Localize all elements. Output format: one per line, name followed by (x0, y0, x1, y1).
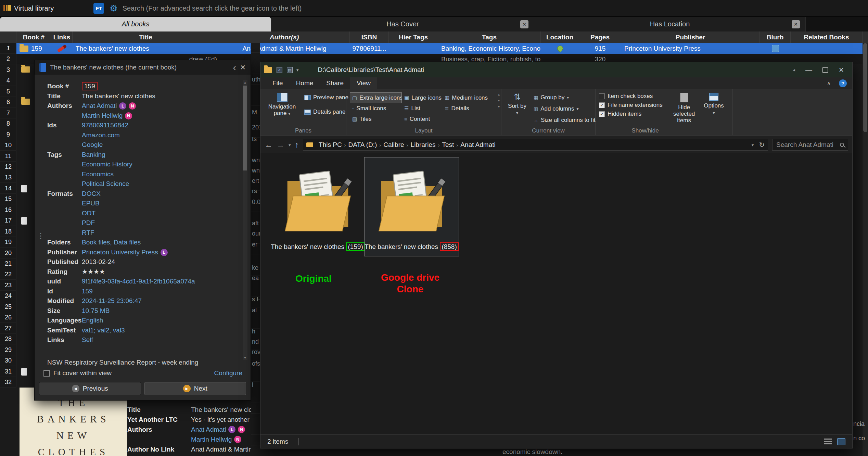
back-button[interactable]: ← (265, 141, 272, 149)
tab-view[interactable]: View (350, 77, 377, 89)
layout-option[interactable]: ▫Small icons (350, 103, 402, 114)
row-number[interactable]: 25 (0, 302, 16, 312)
detail-link[interactable]: Anat AdmatiLN (82, 101, 242, 111)
row-number[interactable]: 12 (0, 162, 16, 172)
detail-link[interactable]: 2024-11-25 23:06:47 (82, 296, 242, 306)
column-header-publisher[interactable]: Publisher (621, 31, 760, 43)
column-header-authors[interactable]: Author(s) (219, 31, 350, 43)
detail-link[interactable]: 9f1f4fe3-03fa-4cd1-9a1f-2fb1065a074a (82, 277, 242, 287)
row-number[interactable]: 15 (0, 194, 16, 204)
row-number[interactable]: 13 (0, 172, 16, 183)
row-number[interactable]: 30 (0, 355, 16, 366)
detail-link[interactable]: val1; val2, val3 (82, 326, 242, 335)
row-number[interactable]: 9 (0, 129, 16, 140)
detail-link[interactable]: ODT (82, 208, 242, 218)
row-number[interactable]: 10 (0, 140, 16, 151)
detail-link[interactable]: Self (82, 335, 242, 345)
detail-link[interactable]: Martin HellwigN (82, 111, 242, 121)
column-header-location[interactable]: Location (541, 31, 579, 43)
maximize-button[interactable] (822, 67, 828, 73)
navigation-pane-button[interactable]: Navigation pane ▾ (264, 92, 300, 118)
detail-link[interactable]: RTF (82, 228, 242, 238)
row-number[interactable]: 31 (0, 366, 16, 377)
preview-pane-button[interactable]: Preview pane (303, 93, 350, 102)
detail-link[interactable]: Princeton University PressL (82, 248, 242, 257)
popup-titlebar[interactable]: The bankers' new clothes (the current bo… (35, 60, 251, 75)
scroll-up-icon[interactable]: ▲ (243, 81, 247, 84)
configure-link[interactable]: Configure (214, 369, 242, 377)
close-button[interactable]: ✕ (839, 66, 844, 74)
checkbox[interactable]: ✓ (599, 102, 605, 108)
row-number[interactable]: 32 (0, 377, 16, 388)
more-chevron-icon[interactable]: ▾ (498, 105, 500, 109)
row-number[interactable]: 22 (0, 269, 16, 280)
row-number[interactable]: 28 (0, 334, 16, 344)
row-number[interactable]: 20 (0, 248, 16, 258)
column-header-tags[interactable]: Tags (438, 31, 541, 43)
table-row-selected[interactable]: 159 The bankers' new clothes Anat Admati… (16, 43, 863, 54)
forward-button[interactable]: → (277, 141, 284, 149)
row-number[interactable]: 23 (0, 280, 16, 291)
detail-link[interactable]: English (82, 316, 242, 326)
row-number[interactable]: 16 (0, 205, 16, 215)
scroll-up-icon[interactable]: ▴ (498, 92, 500, 96)
row-number[interactable]: 18 (0, 226, 16, 237)
drag-handle-icon[interactable]: ⋮ (37, 231, 44, 240)
folder-item[interactable]: The bankers' new clothes (159) (270, 157, 365, 256)
explorer-titlebar[interactable]: ✓ ▤ ▾ D:\Calibre\Libraries\Test\Anat Adm… (260, 62, 852, 77)
row-number[interactable]: 17 (0, 215, 16, 226)
layout-option[interactable]: ▣Large icons (402, 92, 442, 103)
detail-link[interactable]: Banking (82, 150, 242, 160)
explorer-content[interactable]: Original Google drive Clone The bankers'… (260, 153, 852, 434)
row-number[interactable]: 7 (0, 108, 16, 118)
breadcrumb-item[interactable]: DATA (D:) (346, 141, 380, 149)
previous-button[interactable]: ◀ Previous (39, 382, 141, 395)
search-input[interactable]: Search (For advanced search click the ge… (123, 4, 302, 12)
column-header-book-num[interactable]: Book # (16, 31, 51, 43)
close-icon[interactable]: ✕ (792, 20, 800, 28)
thumbnail-view-icon[interactable] (837, 438, 845, 445)
tab-all-books[interactable]: All books (0, 17, 271, 31)
address-field[interactable]: This PC›DATA (D:)›Calibre›Libraries›Test… (303, 139, 768, 151)
qat-new-folder-icon[interactable]: ▤ (287, 67, 293, 73)
minimize-button[interactable]: — (805, 66, 812, 74)
recent-locations-chevron-icon[interactable]: ▾ (289, 142, 291, 148)
detail-link[interactable]: Google (82, 140, 242, 150)
breadcrumb-item[interactable]: This PC (316, 141, 344, 149)
breadcrumb-item[interactable]: Test (439, 141, 456, 149)
ribbon-checkbox-row[interactable]: Item check boxes (599, 93, 663, 100)
options-button[interactable]: Options ▾ (700, 92, 728, 116)
detail-link[interactable]: Political Science (82, 179, 242, 189)
row-number[interactable]: 11 (0, 151, 16, 162)
column-header-title[interactable]: Title (73, 31, 219, 43)
qat-customize-chevron-icon[interactable]: ▾ (296, 67, 299, 73)
detail-link[interactable]: 159 (82, 287, 242, 296)
layout-option[interactable]: ≡Content (402, 114, 442, 124)
detail-link[interactable]: Economics (82, 169, 242, 179)
row-number[interactable]: 19 (0, 237, 16, 248)
checkbox[interactable] (599, 93, 605, 99)
search-gear-icon[interactable]: ⚙ (110, 4, 117, 13)
folder-item[interactable]: The bankers' new clothes (858) (364, 157, 459, 256)
column-header-hier-tags[interactable]: Hier Tags (389, 31, 438, 43)
detail-link[interactable]: 9780691156842 (82, 121, 242, 130)
breadcrumb-item[interactable]: Anat Admati (458, 141, 498, 149)
help-icon[interactable]: ? (839, 79, 847, 87)
virtual-library-button[interactable]: Virtual library (3, 4, 54, 12)
row-number[interactable]: 5 (0, 86, 16, 97)
column-header-related-books[interactable]: Related Books (791, 31, 863, 43)
qat-properties-icon[interactable]: ✓ (277, 67, 282, 73)
column-header-blurb[interactable]: Blurb (760, 31, 791, 43)
details-view-icon[interactable] (824, 439, 832, 445)
up-button[interactable]: ↑ (295, 141, 299, 149)
refresh-icon[interactable]: ↻ (759, 141, 765, 149)
row-number[interactable]: 6 (0, 97, 16, 107)
detail-link[interactable]: EPUB (82, 199, 242, 208)
next-button[interactable]: ▶ Next (144, 382, 246, 395)
row-number[interactable]: 3 (0, 65, 16, 75)
row-number[interactable]: 24 (0, 291, 16, 301)
tab-has-location[interactable]: Has Location ✕ (534, 17, 806, 31)
ft-icon[interactable]: FT (93, 3, 104, 14)
detail-link[interactable]: Economic History (82, 160, 242, 169)
detail-link[interactable]: DOCX (82, 189, 242, 199)
